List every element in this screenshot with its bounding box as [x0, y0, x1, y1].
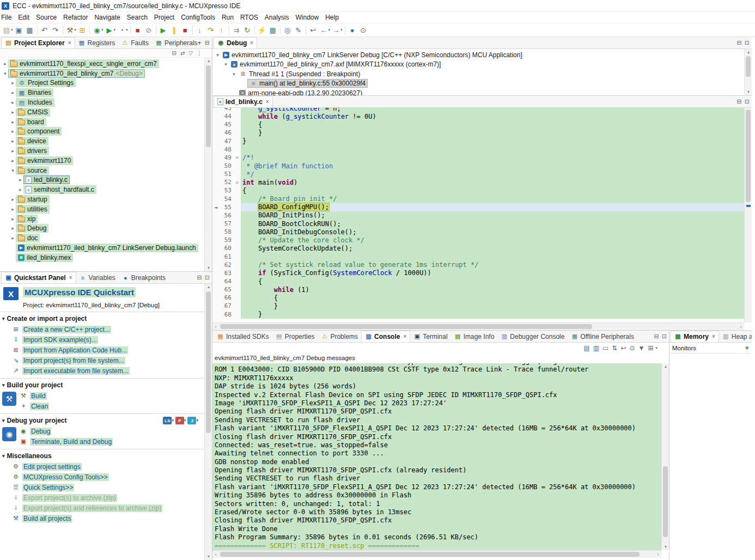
line-number[interactable]: 52 — [220, 179, 234, 186]
filter-icon[interactable]: ▽ — [188, 50, 193, 56]
chevron-down-icon[interactable]: ▾ — [215, 52, 221, 58]
tree-item-includes[interactable]: ▸▤Includes — [0, 98, 204, 107]
minimize-icon[interactable]: ⊟ — [737, 98, 742, 105]
tree-item-evkmimxrt1170[interactable]: ▸evkmimxrt1170 — [0, 156, 204, 166]
tree-item-xip[interactable]: ▸xip — [0, 214, 204, 224]
link-clean[interactable]: ✦Clean — [0, 401, 204, 411]
line-number[interactable]: 47 — [220, 138, 234, 145]
tree-item-source[interactable]: ▾source — [0, 166, 204, 175]
code-line[interactable]: →55 BOARD_ConfigMPU(); — [212, 203, 744, 211]
menu-navigate[interactable]: Navigate — [91, 13, 123, 22]
ls-probe-button[interactable]: LS — [163, 417, 172, 424]
step-return-icon[interactable]: ↑ — [216, 25, 227, 35]
chevron-right-icon[interactable]: ▸ — [10, 119, 16, 125]
resume-icon[interactable]: ▶ — [158, 25, 169, 35]
dropdown-arrow-icon[interactable]: ▾ — [340, 28, 343, 32]
menu-window[interactable]: Window — [293, 13, 322, 22]
link-import-project-s-from-file-system[interactable]: ⇘Import project(s) from file system... — [0, 355, 204, 366]
code-line[interactable]: 51 */ — [212, 170, 744, 178]
line-number[interactable]: 61 — [220, 253, 234, 260]
collapse-all-icon[interactable]: ⊟ — [172, 50, 176, 56]
scroll-down-icon[interactable]: ▾ — [662, 544, 669, 550]
mark-occurrences-icon[interactable]: ✎ — [293, 25, 304, 35]
minimize-icon[interactable]: ⊟ — [737, 39, 742, 46]
maximize-icon[interactable]: ⊡ — [662, 333, 667, 340]
display-selected-console-icon[interactable]: ▼ — [638, 344, 645, 352]
flash-program-icon[interactable]: ⚡ — [257, 25, 267, 35]
code-line[interactable]: 57 BOARD_BootClockRUN(); — [212, 220, 744, 228]
tree-item-drivers[interactable]: ▸drivers — [0, 146, 204, 156]
link-create-a-new-c-c-project[interactable]: ⊞Create a new C/C++ project... — [0, 324, 204, 334]
breakpoint-icon[interactable]: ● — [347, 25, 358, 35]
menu-search[interactable]: Search — [124, 13, 151, 22]
tree-item-doc[interactable]: ▸doc — [0, 233, 204, 243]
dropdown-arrow-icon[interactable]: ▾ — [75, 28, 77, 32]
tree-item-debug[interactable]: ▸Debug — [0, 224, 204, 234]
code-line[interactable]: 53{ — [212, 186, 744, 194]
quickstart-scrollbar[interactable]: ▴ ▾ — [204, 284, 212, 560]
section-header[interactable]: ▾Create or import a project — [0, 313, 204, 324]
fold-collapse-icon[interactable]: ⊖ — [234, 155, 241, 160]
scrollbar-thumb[interactable] — [220, 552, 640, 557]
tree-item-led-blinky-c[interactable]: ▸cled_blinky.c — [0, 175, 204, 185]
scroll-left-icon[interactable]: ‹ — [212, 323, 219, 331]
minimize-icon[interactable]: ⊟ — [205, 39, 210, 46]
code-line[interactable]: 59 /* Update the core clock */ — [212, 236, 744, 244]
chevron-right-icon[interactable]: ▸ — [10, 148, 16, 154]
close-icon[interactable]: × — [69, 275, 72, 281]
line-number[interactable]: 66 — [220, 294, 234, 301]
scroll-down-icon[interactable]: ▾ — [205, 553, 212, 560]
tab-problems[interactable]: ⚠Problems — [318, 331, 361, 343]
code-line[interactable]: 56 BOARD_InitPins(); — [212, 211, 744, 220]
chevron-right-icon[interactable]: ▸ — [10, 80, 16, 86]
line-number[interactable]: 50 — [220, 162, 234, 169]
chevron-down-icon[interactable]: ▾ — [2, 71, 8, 76]
code-line[interactable]: 58 BOARD_InitDebugConsole(); — [212, 228, 744, 236]
console-hscrollbar[interactable]: ‹ › — [212, 550, 661, 558]
dropdown-arrow-icon[interactable]: ▾ — [328, 28, 331, 32]
tab-quickstart-panel[interactable]: ▣Quickstart Panel× — [1, 272, 76, 284]
line-number[interactable]: 44 — [220, 113, 234, 120]
terminate-icon[interactable]: ■ — [132, 25, 143, 35]
maximize-icon[interactable]: ⊡ — [745, 98, 750, 105]
link-import-executable-from-file-system[interactable]: ⇗Import executable from file system... — [0, 366, 204, 376]
dropdown-arrow-icon[interactable]: ▾ — [655, 346, 657, 350]
debug-scrollbar[interactable]: ▴ ▾ — [744, 49, 752, 95]
line-number[interactable]: 64 — [220, 278, 234, 285]
scroll-up-icon[interactable]: ▴ — [662, 363, 669, 370]
chevron-down-icon[interactable]: ▾ — [223, 62, 229, 67]
code-line[interactable]: 60 SystemCoreClockUpdate(); — [212, 244, 744, 252]
scroll-right-icon[interactable]: › — [738, 323, 744, 331]
tab-variables[interactable]: ≡Variables — [76, 272, 119, 284]
code-line[interactable]: 47} — [212, 137, 744, 145]
line-number[interactable]: 46 — [220, 129, 234, 136]
section-header[interactable]: ▾Miscellaneous — [0, 451, 204, 461]
line-number[interactable]: 68 — [220, 311, 234, 318]
link-terminate-build-and-debug[interactable]: ▣Terminate, Build and Debug — [0, 436, 204, 447]
tree-item-evkmimxrt1170-flexspi-xecc-single-error-cm7[interactable]: ▸evkmimxrt1170_flexspi_xecc_single_error… — [0, 59, 204, 69]
menu-configtools[interactable]: ConfigTools — [178, 13, 218, 22]
debug-tree-item[interactable]: ≡main() at led_blinky.c:55 0x300029f4 — [212, 79, 744, 89]
tree-item-project-settings[interactable]: ▸⚙Project Settings — [0, 78, 204, 88]
add-memory-monitor-button[interactable]: + — [745, 344, 749, 352]
editor-overview-ruler[interactable] — [744, 108, 752, 322]
debug-icon[interactable]: ◉ — [92, 25, 102, 35]
close-icon[interactable]: × — [250, 40, 253, 46]
suspend-icon[interactable]: ∥ — [169, 25, 180, 35]
tree-item-device[interactable]: ▸device — [0, 136, 204, 146]
tab-project-explorer[interactable]: ▤Project Explorer× — [1, 37, 75, 49]
line-number[interactable]: 45 — [220, 121, 234, 128]
forward-icon[interactable]: → — [331, 25, 342, 35]
line-number[interactable]: 43 — [220, 108, 234, 112]
debug-tree-item[interactable]: ▾≣Thread #1 1 (Suspended : Breakpoint) — [212, 69, 744, 79]
line-number[interactable]: 62 — [220, 261, 234, 269]
collapse-arrow-icon[interactable]: ▾ — [2, 316, 5, 321]
debug-tree-item[interactable]: ▾▶evkmimxrt1170_iled_blinky_cm7 LinkServ… — [212, 50, 744, 60]
p-probe-button[interactable]: P — [175, 417, 184, 424]
chevron-right-icon[interactable]: ▸ — [17, 177, 23, 182]
chevron-right-icon[interactable]: ▸ — [10, 100, 16, 105]
restart-icon[interactable]: ↻ — [242, 25, 253, 35]
fold-collapse-icon[interactable]: ⊖ — [234, 180, 241, 185]
chevron-right-icon[interactable]: ▸ — [10, 216, 16, 222]
console-output[interactable]: ROM 2 E0042000: CID B105900D PID 04004BB… — [212, 363, 661, 550]
